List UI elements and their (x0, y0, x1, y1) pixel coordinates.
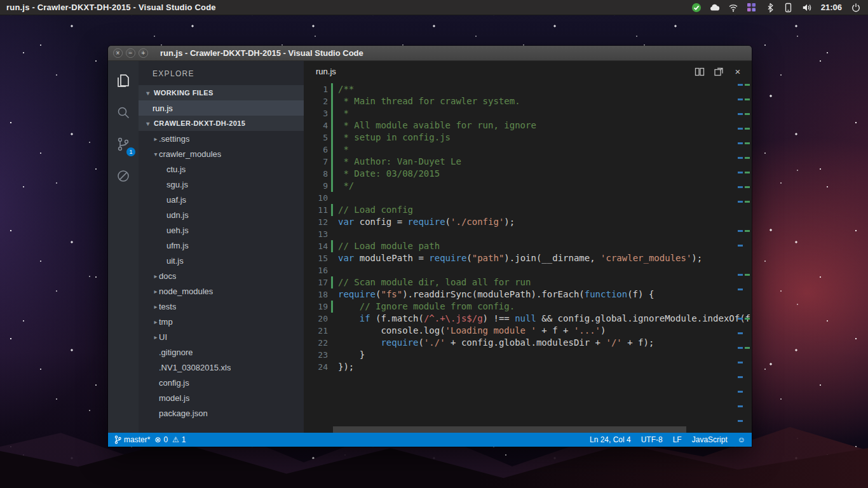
code-line-10[interactable]: 10 (304, 192, 752, 204)
ruler-mark (738, 113, 743, 115)
language-mode[interactable]: JavaScript (692, 435, 728, 444)
split-editor-icon[interactable] (693, 65, 706, 78)
code-line-7[interactable]: 7 * Author: Van-Duyet Le (304, 156, 752, 168)
code-line-12[interactable]: 12var config = require('./config'); (304, 216, 752, 228)
window-minimize-button[interactable]: − (126, 48, 135, 58)
tree-item-ctu-js[interactable]: ctu.js (139, 161, 304, 177)
tab-run-js[interactable]: run.js (304, 67, 336, 76)
code-line-14[interactable]: 14// Load module path (304, 240, 752, 252)
git-branch-indicator[interactable]: master* (114, 435, 150, 444)
line-number: 4 (304, 119, 328, 132)
line-text: * Main thread for crawler system. (333, 95, 520, 107)
tree-item-ueh-js[interactable]: ueh.js (139, 222, 304, 238)
activity-bar: 1 (108, 61, 139, 433)
code-line-4[interactable]: 4 * All module avaible for run, ignore (304, 119, 752, 132)
code-line-20[interactable]: 20 if (f.match(/^.+\.js$/g) !== null && … (304, 313, 752, 325)
code-line-9[interactable]: 9 */ (304, 180, 752, 192)
code-line-24[interactable]: 24}); (304, 361, 752, 373)
clock[interactable]: 21:06 (820, 3, 843, 12)
tree-item-nv1-03082015-xls[interactable]: .NV1_03082015.xls (139, 360, 304, 375)
tree-item-crawler-modules[interactable]: ▾crawler_modules (139, 146, 304, 161)
tree-item-gitignore[interactable]: .gitignore (139, 344, 304, 360)
window-titlebar[interactable]: × − + run.js - Crawler-DKXT-DH-2015 - Vi… (108, 46, 752, 61)
window-close-button[interactable]: × (113, 48, 123, 58)
code-line-3[interactable]: 3 * (304, 107, 752, 119)
tree-item-ufm-js[interactable]: ufm.js (139, 238, 304, 253)
tree-item-model-js[interactable]: model.js (139, 390, 304, 405)
tree-item-sgu-js[interactable]: sgu.js (139, 177, 304, 192)
tree-item-settings[interactable]: ▸.settings (139, 131, 304, 146)
editor: run.js × 1/**2 * Main thread for crawler… (304, 61, 752, 433)
wifi-icon[interactable] (728, 2, 739, 13)
line-text: console.log('Loading module ' + f + '...… (333, 325, 606, 337)
error-count: 0 (163, 435, 168, 444)
working-files-header[interactable]: ▾ WORKING FILES (139, 85, 304, 100)
cloud-icon[interactable] (709, 2, 721, 13)
tree-item-package-json[interactable]: package.json (139, 405, 304, 421)
eol[interactable]: LF (673, 435, 682, 444)
code-line-19[interactable]: 19 // Ignore module from config. (304, 301, 752, 313)
power-icon[interactable] (850, 2, 862, 13)
file-label: .gitignore (159, 348, 193, 357)
encoding[interactable]: UTF-8 (641, 435, 663, 444)
sync-ok-icon[interactable] (691, 2, 702, 13)
tree-item-docs[interactable]: ▸docs (139, 268, 304, 283)
volume-icon[interactable] (801, 2, 813, 13)
line-number: 22 (304, 337, 328, 349)
activity-explorer-button[interactable] (108, 65, 139, 97)
warning-indicator[interactable]: ⚠ 1 (172, 435, 186, 444)
working-file-run-js[interactable]: run.js (139, 100, 304, 116)
tree-item-tmp[interactable]: ▸tmp (139, 314, 304, 329)
line-text: * Date: 03/08/2015 (333, 168, 440, 180)
horizontal-scrollbar[interactable] (333, 426, 686, 433)
project-header[interactable]: ▾ CRAWLER-DKXT-DH-2015 (139, 116, 304, 131)
code-area[interactable]: 1/**2 * Main thread for crawler system.3… (304, 82, 752, 433)
tree-item-uit-js[interactable]: uit.js (139, 253, 304, 268)
app-grid-icon[interactable] (746, 2, 757, 13)
line-number: 21 (304, 325, 328, 337)
activity-git-button[interactable]: 1 (108, 128, 139, 160)
code-line-5[interactable]: 5 * setup in config.js (304, 132, 752, 144)
system-tray: 21:06 (691, 2, 868, 13)
code-line-23[interactable]: 23 } (304, 349, 752, 361)
code-line-2[interactable]: 2 * Main thread for crawler system. (304, 95, 752, 107)
tree-item-uaf-js[interactable]: uaf.js (139, 192, 304, 207)
tree-item-tests[interactable]: ▸tests (139, 299, 304, 314)
code-line-17[interactable]: 17// Scan module dir, load all for run (304, 276, 752, 288)
error-indicator[interactable]: ⊗ 0 (154, 435, 168, 444)
code-line-1[interactable]: 1/** (304, 83, 752, 95)
code-line-22[interactable]: 22 require('./' + config.global.modulesD… (304, 337, 752, 349)
bluetooth-icon[interactable] (764, 2, 776, 13)
code-line-15[interactable]: 15var modulePath = require("path").join(… (304, 252, 752, 264)
window-maximize-button[interactable]: + (139, 48, 148, 58)
ruler-mark (738, 332, 743, 334)
line-text: }); (333, 361, 354, 373)
line-number: 14 (304, 240, 328, 252)
ruler-mark (738, 245, 743, 247)
tree-item-udn-js[interactable]: udn.js (139, 207, 304, 222)
ruler-mark (745, 84, 750, 86)
cursor-position[interactable]: Ln 24, Col 4 (590, 435, 631, 444)
line-text (333, 192, 338, 204)
code-line-13[interactable]: 13 (304, 228, 752, 240)
open-preview-icon[interactable] (712, 65, 725, 78)
tree-item-node-modules[interactable]: ▸node_modules (139, 283, 304, 299)
chevron-down-icon: ▾ (145, 90, 151, 97)
activity-debug-button[interactable] (108, 160, 139, 192)
close-editor-icon[interactable]: × (731, 65, 744, 78)
feedback-smiley-icon[interactable]: ☺ (738, 435, 745, 444)
file-label: tests (159, 302, 176, 311)
tree-item-ui[interactable]: ▸UI (139, 329, 304, 344)
ruler-mark (745, 347, 750, 349)
activity-search-button[interactable] (108, 97, 139, 128)
tree-item-config-js[interactable]: config.js (139, 375, 304, 390)
code-line-6[interactable]: 6 * (304, 144, 752, 156)
chevron-right-icon: ▸ (153, 273, 159, 280)
code-line-16[interactable]: 16 (304, 264, 752, 276)
code-line-11[interactable]: 11// Load config (304, 204, 752, 216)
code-line-8[interactable]: 8 * Date: 03/08/2015 (304, 168, 752, 180)
device-icon[interactable] (783, 2, 794, 13)
code-line-21[interactable]: 21 console.log('Loading module ' + f + '… (304, 325, 752, 337)
line-number: 19 (304, 301, 328, 313)
code-line-18[interactable]: 18require("fs").readdirSync(modulePath).… (304, 288, 752, 301)
